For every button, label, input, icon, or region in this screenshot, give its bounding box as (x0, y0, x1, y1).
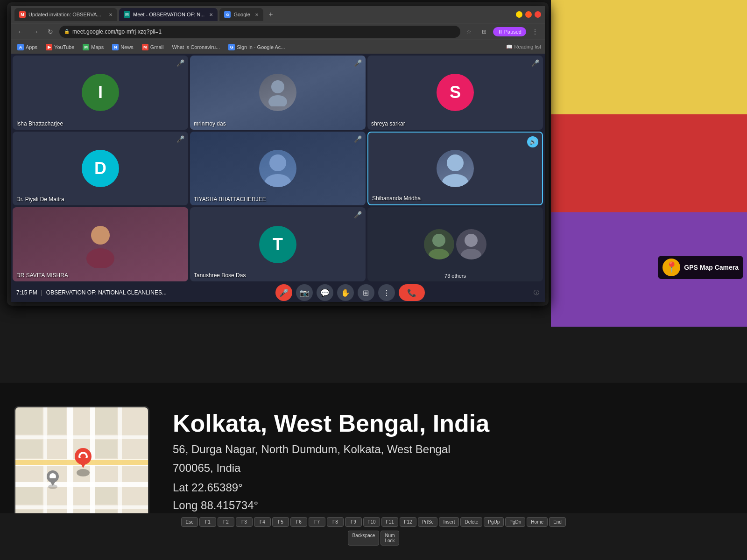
avatar-tiyasha (259, 150, 296, 187)
close-button[interactable] (535, 11, 541, 18)
control-camera[interactable]: 📷 (296, 284, 313, 301)
menu-button[interactable]: ⋮ (529, 26, 541, 38)
key-f2[interactable]: F2 (218, 517, 234, 527)
key-end[interactable]: End (549, 517, 566, 527)
forward-button[interactable]: → (29, 26, 42, 38)
minimize-button[interactable] (516, 11, 522, 18)
key-f12[interactable]: F12 (400, 517, 416, 527)
bookmark-news[interactable]: N News (109, 43, 136, 51)
avatar-isha: I (82, 74, 119, 111)
laptop-screen: M Updated invitation: OBSERVATIO... ✕ M … (7, 2, 549, 306)
tab1-close[interactable]: ✕ (109, 12, 113, 17)
key-numlock[interactable]: NumLock (381, 531, 399, 546)
gps-address-line1: 56, Durga Nagar, North Dumdum, Kolkata, … (173, 441, 738, 457)
tab3-close[interactable]: ✕ (255, 12, 259, 17)
meet-statusbar: 7:15 PM | OBSERVATION OF: NATIONAL CLEAN… (11, 283, 545, 302)
apps-favicon: A (17, 44, 24, 50)
participant-cell-1[interactable]: I Isha Bhattacharjee 🎤 (13, 56, 188, 130)
new-tab-button[interactable]: + (265, 9, 276, 20)
mute-icon-1: 🎤 (176, 59, 184, 67)
bookmark-gmail[interactable]: M Gmail (139, 43, 167, 51)
svg-rect-26 (95, 440, 117, 458)
key-f7[interactable]: F7 (309, 517, 325, 527)
key-pgup[interactable]: PgUp (484, 517, 504, 527)
bookmark-signin[interactable]: G Sign in - Google Ac... (226, 43, 288, 51)
bookmark-apps[interactable]: A Apps (14, 43, 40, 51)
tab2-close[interactable]: ✕ (209, 12, 213, 17)
key-f3[interactable]: F3 (236, 517, 253, 527)
youtube-favicon: ▶ (46, 44, 52, 50)
avatar-shibananda (437, 150, 474, 187)
apps-label: Apps (26, 44, 37, 50)
browser-tab-1[interactable]: M Updated invitation: OBSERVATIO... ✕ (14, 8, 117, 21)
key-pgdn[interactable]: PgDn (505, 517, 525, 527)
extensions-button[interactable]: ⊞ (478, 26, 490, 38)
browser-tab-3[interactable]: G Google ✕ (219, 8, 263, 21)
address-bar[interactable]: 🔒 meet.google.com/tgo-mfrj-xzq?pli=1 (59, 26, 460, 38)
svg-point-9 (429, 249, 449, 259)
gps-long: Long 88.415734° (173, 497, 738, 514)
control-hand[interactable]: ✋ (337, 284, 354, 301)
bookmark-coronavirus[interactable]: What is Coronaviru... (169, 43, 223, 51)
key-f1[interactable]: F1 (199, 517, 216, 527)
key-backspace[interactable]: Backspace (348, 531, 379, 546)
svg-rect-22 (15, 407, 42, 434)
key-f9[interactable]: F9 (345, 517, 362, 527)
mute-icon-8: 🎤 (354, 211, 362, 218)
key-f11[interactable]: F11 (381, 517, 398, 527)
key-prtsc[interactable]: PrtSc (418, 517, 437, 527)
key-f8[interactable]: F8 (327, 517, 344, 527)
key-f6[interactable]: F6 (290, 517, 307, 527)
participant-cell-4[interactable]: D Dr. Piyali De Maitra 🎤 (13, 132, 188, 206)
maximize-button[interactable] (525, 11, 532, 18)
person-icon-tiyasha (259, 150, 296, 187)
svg-rect-28 (95, 487, 117, 504)
svg-point-8 (432, 234, 445, 247)
key-esc[interactable]: Esc (181, 517, 198, 527)
browser-window: M Updated invitation: OBSERVATIO... ✕ M … (11, 6, 545, 302)
keyboard-row-2: Backspace NumLock (0, 529, 747, 547)
key-f10[interactable]: F10 (363, 517, 380, 527)
meet-controls: 🎤 📷 💬 ✋ ⊞ ⋮ 📞 (275, 284, 425, 301)
reading-list-button[interactable]: 📖 Reading list (506, 44, 541, 50)
maps-label: Maps (91, 44, 104, 50)
participant-cell-8[interactable]: T Tanushree Bose Das 🎤 (190, 207, 366, 281)
key-f4[interactable]: F4 (254, 517, 271, 527)
gps-address-line2: 700065, India (173, 460, 738, 476)
tab1-favicon: M (19, 11, 26, 18)
control-end-call[interactable]: 📞 (399, 284, 425, 301)
key-insert[interactable]: Insert (439, 517, 459, 527)
control-more[interactable]: ⋮ (378, 284, 395, 301)
participant-name-2: mrinmoy das (194, 120, 226, 127)
back-button[interactable]: ← (14, 26, 27, 38)
others-thumb-1 (424, 229, 454, 259)
paused-button[interactable]: ⏸ Paused (493, 27, 526, 36)
avatar-tanushree: T (259, 226, 296, 263)
svg-rect-20 (15, 505, 149, 509)
control-layout[interactable]: ⊞ (358, 284, 374, 301)
key-delete[interactable]: Delete (460, 517, 482, 527)
participant-cell-6[interactable]: Shibananda Mridha 🔊 (367, 132, 543, 206)
person-icon-mrinmoy (266, 78, 289, 106)
window-controls (516, 11, 541, 18)
participant-cell-7[interactable]: DR SAVITA MISHRA (13, 207, 188, 281)
key-f5[interactable]: F5 (272, 517, 289, 527)
person-icon-shibananda (437, 150, 474, 187)
participant-cell-others[interactable]: 73 others (367, 207, 543, 281)
key-home[interactable]: Home (527, 517, 548, 527)
svg-point-7 (86, 248, 114, 268)
participant-cell-3[interactable]: S shreya sarkar 🎤 (367, 56, 543, 130)
control-captions[interactable]: 💬 (317, 284, 333, 301)
mute-icon-3: 🎤 (531, 59, 539, 67)
participant-name-3: shreya sarkar (371, 120, 405, 127)
bookmark-maps[interactable]: M Maps (80, 43, 106, 51)
tab1-label: Updated invitation: OBSERVATIO... (28, 12, 104, 17)
browser-tab-2[interactable]: M Meet - OBSERVATION OF: N... ✕ (119, 8, 218, 21)
refresh-button[interactable]: ↻ (44, 26, 56, 38)
participant-cell-2[interactable]: mrinmoy das 🎤 (190, 56, 366, 130)
bookmark-youtube[interactable]: ▶ YouTube (43, 43, 77, 51)
control-mute[interactable]: 🎤 (275, 284, 292, 301)
audio-indicator-6: 🔊 (527, 136, 538, 147)
participant-cell-5[interactable]: TIYASHA BHATTACHERJEE 🎤 (190, 132, 366, 206)
bookmark-button[interactable]: ☆ (463, 26, 475, 38)
